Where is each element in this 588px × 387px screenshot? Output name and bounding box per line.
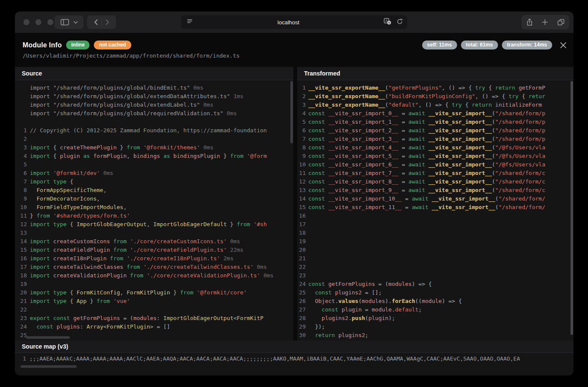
screen: localhost A ✳ — [0, 0, 588, 387]
line-number: 6 — [15, 169, 27, 177]
browser-toolbar: localhost A ✳ — [15, 12, 574, 33]
sourcemap-code[interactable]: 1;;;AAEA;AAAkC;AAAA;AAAA;AAAA;AAClC;AAEA… — [15, 353, 574, 375]
zoom-window-button[interactable] — [47, 19, 53, 25]
line-number: 14 — [15, 237, 27, 246]
line-number: 29 — [297, 323, 306, 331]
metric-total-time: total: 61ms — [461, 41, 498, 49]
code-line: 3import { createThemePlugin } from '@for… — [15, 143, 293, 152]
code-line: 1// Copyright (C) 2012-2025 Zammad Found… — [15, 126, 293, 135]
line-number: 11 — [15, 212, 27, 220]
code-line — [15, 118, 293, 126]
status-badge-not-cached: not cached — [94, 41, 131, 49]
line-number: 8 — [297, 143, 306, 152]
line-number: 13 — [15, 229, 27, 237]
line-number: 17 — [15, 263, 27, 271]
code-line: 5 — [15, 160, 293, 169]
share-icon[interactable] — [526, 18, 533, 26]
sourcemap-section: Source map (v3) 1;;;AAEA;AAAkC;AAAA;AAAA… — [15, 340, 574, 375]
chevron-down-icon — [73, 21, 78, 24]
sourcemap-header: Source map (v3) — [15, 340, 574, 353]
sourcemap-horizontal-scrollbar[interactable] — [20, 365, 77, 368]
transformed-panel-title: Transformed — [304, 70, 340, 77]
line-number: 21 — [297, 254, 306, 263]
close-icon[interactable] — [560, 42, 567, 49]
line-number: 7 — [15, 177, 27, 186]
navigation-buttons — [87, 15, 116, 29]
code-line: 15import createFieldPlugin from './core/… — [15, 246, 293, 254]
code-line: 3__vite_ssr_exportName__("default", () =… — [297, 101, 574, 109]
line-number: 12 — [297, 177, 306, 186]
code-line: 14const __vite_ssr_import_10__ = await _… — [297, 195, 574, 203]
line-number: 10 — [297, 160, 306, 169]
code-line: 10 FormFieldTypeImportModules, — [15, 203, 293, 212]
code-line: 17import createTailwindClasses from './c… — [15, 263, 293, 271]
line-number: 1 — [297, 84, 306, 92]
code-line: 13const __vite_ssr_import_9__ = await __… — [297, 186, 574, 195]
code-line: 22 — [15, 306, 293, 314]
line-number — [15, 84, 27, 92]
source-code[interactable]: import "/shared/form/plugins/global/bind… — [15, 80, 293, 340]
line-number: 5 — [15, 160, 27, 169]
line-number — [15, 101, 27, 109]
line-number: 10 — [15, 203, 27, 212]
line-number: 20 — [297, 246, 306, 254]
code-line: 19 — [297, 237, 574, 246]
transformed-panel: Transformed 1__vite_ssr_exportName__("ge… — [297, 67, 574, 340]
transformed-code[interactable]: 1__vite_ssr_exportName__("getFormPlugins… — [297, 80, 574, 340]
line-number: 14 — [297, 195, 306, 203]
address-bar[interactable]: localhost A ✳ — [181, 15, 407, 29]
code-line: 17 — [297, 220, 574, 229]
line-number: 24 — [297, 280, 306, 288]
source-panel: Source import "/shared/form/plugins/glob… — [15, 67, 293, 340]
line-number: 17 — [297, 220, 306, 229]
forward-button[interactable] — [105, 19, 110, 25]
translate-icon[interactable]: A ✳ — [384, 18, 391, 26]
code-line: 13 — [15, 229, 293, 237]
code-line: 18import createValidationPlugin from './… — [15, 271, 293, 280]
line-number: 3 — [297, 101, 306, 109]
code-line: 6import '@formkit/dev' 0ms — [15, 169, 293, 177]
line-number: 1 — [15, 126, 27, 135]
line-number — [15, 92, 27, 101]
code-line: import "/shared/form/plugins/global/bind… — [15, 84, 293, 92]
line-number: 19 — [15, 280, 27, 288]
code-line: 19 — [15, 280, 293, 288]
line-number — [15, 109, 27, 118]
code-line: import "/shared/form/plugins/global/exte… — [15, 92, 293, 101]
transformed-vertical-scrollbar[interactable] — [571, 81, 573, 335]
sidebar-toggle-button[interactable] — [55, 15, 84, 29]
code-line: 16 — [297, 212, 574, 220]
toolbar-right-buttons — [521, 15, 569, 29]
line-number: 20 — [15, 288, 27, 297]
new-tab-icon[interactable] — [542, 19, 548, 25]
window-controls — [23, 19, 53, 25]
minimize-window-button[interactable] — [35, 19, 41, 25]
url-text[interactable]: localhost — [193, 19, 384, 26]
code-line: 18 — [297, 229, 574, 237]
code-line: 11} from '#shared/types/form.ts' — [15, 212, 293, 220]
code-line: 25 const plugins2 = []; — [297, 288, 574, 297]
page-title: Module Info — [23, 41, 62, 49]
line-number: 25 — [15, 331, 27, 340]
code-line: 21import type { App } from 'vue' — [15, 297, 293, 306]
code-line: 26 Object.values(modules).forEach((modul… — [297, 297, 574, 306]
source-vertical-scrollbar[interactable] — [290, 81, 293, 143]
code-line: 22 — [297, 263, 574, 271]
svg-text:✳: ✳ — [388, 21, 391, 25]
line-number — [15, 118, 27, 126]
tab-overview-icon[interactable] — [557, 19, 565, 26]
close-window-button[interactable] — [23, 19, 29, 25]
code-line: 28 plugins2.push(plugin); — [297, 314, 574, 323]
line-number: 4 — [15, 152, 27, 160]
back-button[interactable] — [94, 19, 98, 25]
reload-icon[interactable] — [397, 18, 403, 26]
source-panel-title: Source — [22, 70, 42, 77]
reader-icon[interactable] — [186, 18, 193, 26]
line-number: 6 — [297, 126, 306, 135]
code-line: 10const __vite_ssr_import_6__ = await __… — [297, 160, 574, 169]
code-line: 24const getFormPlugins = (modules) => { — [297, 280, 574, 288]
line-number: 13 — [297, 186, 306, 195]
code-line: 8const __vite_ssr_import_4__ = await __v… — [297, 143, 574, 152]
source-horizontal-scrollbar[interactable] — [26, 336, 70, 339]
sidebar-icon — [61, 19, 69, 26]
